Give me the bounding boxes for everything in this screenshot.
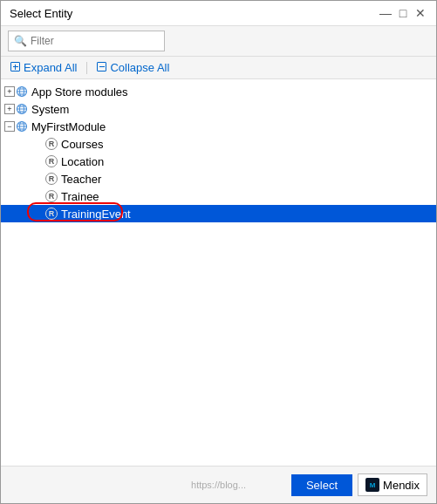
tree-item-courses[interactable]: R Courses [1, 135, 436, 153]
tree-item-system[interactable]: + System [1, 100, 436, 118]
tree-item-trainingevent[interactable]: R TrainingEvent [1, 205, 436, 222]
globe-icon-system [15, 102, 29, 116]
collapse-all-button[interactable]: Collapse All [94, 60, 172, 75]
expand-all-button[interactable]: Expand All [8, 60, 79, 75]
mendix-label: Mendix [383, 479, 420, 492]
trainingevent-label: TrainingEvent [61, 208, 131, 221]
location-label: Location [61, 155, 104, 168]
expand-icon-myfirstmodule[interactable]: − [4, 121, 15, 132]
system-label: System [31, 103, 69, 116]
expand-icon-app-store[interactable]: + [4, 86, 15, 97]
globe-icon-myfirstmodule [15, 119, 29, 133]
entity-icon-trainingevent: R [44, 207, 58, 221]
entity-icon-location: R [44, 154, 58, 168]
select-entity-dialog: Select Entity — □ ✕ 🔍 Expand All [0, 0, 437, 504]
close-button[interactable]: ✕ [413, 6, 427, 20]
tree-item-location[interactable]: R Location [1, 153, 436, 170]
collapse-all-label: Collapse All [110, 61, 169, 74]
teacher-label: Teacher [61, 173, 101, 186]
divider [86, 62, 87, 74]
dialog-title: Select Entity [10, 7, 72, 20]
collapse-all-icon [97, 62, 107, 74]
tree-item-myfirstmodule[interactable]: − MyFirstModule [1, 118, 436, 135]
title-bar-left: Select Entity [10, 7, 72, 20]
mendix-logo-icon: M [365, 478, 379, 492]
expand-icon-system[interactable]: + [4, 104, 15, 114]
minimize-button[interactable]: — [379, 6, 393, 20]
entity-icon-courses: R [44, 137, 58, 151]
footer: https://blog... Select M Mendix [1, 466, 436, 503]
trainee-label: Trainee [61, 190, 99, 203]
tree-item-teacher[interactable]: R Teacher [1, 170, 436, 187]
entity-icon-teacher: R [44, 172, 58, 186]
search-icon: 🔍 [14, 35, 27, 47]
app-store-label: App Store modules [31, 85, 128, 99]
filter-input[interactable] [31, 35, 159, 47]
maximize-button[interactable]: □ [396, 6, 410, 20]
watermark: https://blog... [191, 480, 246, 490]
tree-item-trainee[interactable]: R Trainee [1, 187, 436, 205]
expand-all-icon [10, 62, 21, 74]
expand-all-label: Expand All [24, 61, 77, 74]
actions-bar: Expand All Collapse All [1, 57, 436, 79]
toolbar: 🔍 [1, 26, 436, 57]
title-bar: Select Entity — □ ✕ [1, 1, 436, 26]
tree-item-app-store[interactable]: + App Store modules [1, 83, 436, 100]
select-button[interactable]: Select [291, 474, 352, 496]
myfirstmodule-label: MyFirstModule [31, 120, 106, 133]
globe-icon-app-store [15, 85, 29, 99]
mendix-button[interactable]: M Mendix [358, 473, 427, 496]
courses-label: Courses [61, 138, 103, 151]
filter-box[interactable]: 🔍 [8, 31, 165, 51]
title-controls: — □ ✕ [379, 6, 427, 20]
tree-area[interactable]: + App Store modules + [1, 79, 436, 466]
entity-icon-trainee: R [44, 189, 58, 203]
